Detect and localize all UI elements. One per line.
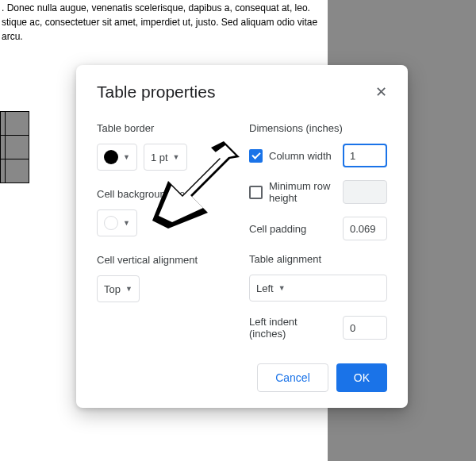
color-swatch-icon [104, 150, 118, 164]
dialog-title: Table properties [97, 83, 215, 102]
column-width-label: Column width [269, 150, 336, 162]
min-row-height-checkbox[interactable] [249, 186, 263, 199]
chevron-down-icon: ▼ [173, 153, 180, 161]
chevron-down-icon: ▼ [123, 153, 130, 161]
ok-button-label: OK [354, 371, 370, 384]
column-width-checkbox[interactable] [249, 149, 263, 163]
table-alignment-value: Left [256, 282, 274, 294]
cancel-button[interactable]: Cancel [257, 363, 328, 392]
border-size-value: 1 pt [151, 152, 168, 163]
cell-padding-label: Cell padding [249, 223, 336, 235]
left-indent-input[interactable] [343, 316, 387, 340]
border-size-dropdown[interactable]: 1 pt ▼ [144, 144, 187, 171]
modal-overlay: Table properties ✕ Table border ▼ 1 pt ▼ [0, 0, 476, 461]
right-column: Dimensions (inches) Column width Minimum… [249, 122, 387, 340]
column-width-input[interactable] [343, 144, 387, 167]
border-color-dropdown[interactable]: ▼ [97, 144, 137, 171]
table-properties-dialog: Table properties ✕ Table border ▼ 1 pt ▼ [76, 65, 408, 408]
close-icon[interactable]: ✕ [375, 85, 387, 99]
table-alignment-label: Table alignment [249, 253, 387, 265]
min-row-height-input[interactable] [343, 180, 387, 204]
cell-bg-color-dropdown[interactable]: ▼ [97, 209, 137, 236]
vertical-alignment-dropdown[interactable]: Top ▼ [97, 275, 140, 302]
dimensions-label: Dimensions (inches) [249, 122, 387, 134]
cell-padding-input[interactable] [343, 217, 387, 240]
chevron-down-icon: ▼ [123, 219, 130, 227]
min-row-height-label: Minimum row height [269, 180, 336, 204]
cancel-button-label: Cancel [275, 371, 310, 384]
left-column: Table border ▼ 1 pt ▼ Cell background co [97, 122, 235, 340]
cell-bg-label: Cell background co [97, 188, 235, 200]
table-border-label: Table border [97, 122, 235, 134]
ok-button[interactable]: OK [336, 363, 387, 392]
vertical-alignment-label: Cell vertical alignment [97, 254, 235, 266]
color-swatch-icon [104, 216, 118, 230]
left-indent-label: Left indent (inches) [249, 316, 335, 340]
table-alignment-dropdown[interactable]: Left ▼ [249, 275, 387, 302]
vertical-alignment-value: Top [104, 283, 121, 295]
chevron-down-icon: ▼ [278, 284, 286, 292]
chevron-down-icon: ▼ [125, 285, 132, 293]
